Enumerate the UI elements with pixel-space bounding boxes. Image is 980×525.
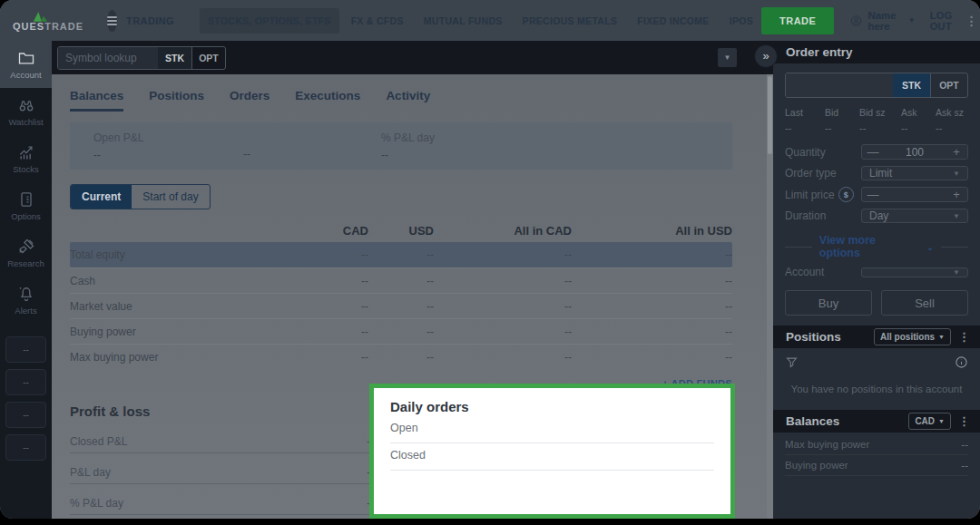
start-of-day-toggle-button[interactable]: Start of day [132, 185, 209, 209]
balances-header: Balances CAD▼ ⋮ [773, 410, 980, 433]
logout-button[interactable]: LOG OUT [930, 10, 953, 32]
positions-filter-dropdown[interactable]: All positions▼ [874, 328, 951, 345]
user-menu[interactable]: Name here ▼ [850, 10, 915, 32]
pct-pl-day-value: -- [381, 149, 435, 161]
quote-box[interactable]: -- [5, 434, 46, 461]
table-row[interactable]: Market value -- -- -- -- [70, 293, 732, 318]
nav-tab-precious-metals[interactable]: PRECIOUS METALS [514, 8, 626, 34]
sell-button[interactable]: Sell [881, 290, 968, 316]
plus-button[interactable]: + [946, 145, 967, 159]
right-panel: Order entry STK OPT Last-- Bid-- Bid sz-… [773, 41, 980, 519]
order-entry-header: Order entry [773, 41, 980, 63]
open-pl-value: -- [93, 149, 243, 161]
balances-title: Balances [786, 414, 903, 428]
col-all-in-usd: All in USD [572, 224, 732, 238]
order-type-select[interactable]: Limit▼ [861, 166, 968, 180]
info-icon[interactable] [955, 355, 968, 369]
trading-label: TRADING [126, 15, 174, 26]
view-more-options-link[interactable]: View more options [819, 234, 919, 259]
quantity-value[interactable]: 100 [884, 146, 946, 159]
quote-box[interactable]: -- [5, 369, 46, 395]
overflow-menu-icon[interactable]: ⋮ [956, 414, 972, 428]
sidebar-item-account[interactable]: Account [0, 41, 52, 88]
daily-orders-highlight-card: Daily orders Open Closed [369, 384, 735, 519]
nav-tab-mutual-funds[interactable]: MUTUAL FUNDS [416, 8, 511, 34]
open-pl-label: Open P&L [93, 131, 243, 144]
list-item: Max buying power-- [785, 434, 968, 455]
account-label: Account [785, 266, 861, 278]
questrade-logo[interactable]: QUESTRADE [13, 11, 83, 31]
quote-box[interactable]: -- [5, 336, 46, 363]
account-select[interactable]: ▼ [861, 267, 968, 277]
sidebar-item-watchlist[interactable]: Watchlist [0, 88, 52, 135]
symbol-dropdown-button[interactable]: ▼ [718, 48, 737, 67]
plus-button[interactable]: + [946, 188, 967, 201]
app-window: QUESTRADE TRADING STOCKS, OPTIONS, ETFS … [0, 0, 980, 519]
list-item: P&L day-- [70, 453, 374, 484]
tab-balances[interactable]: Balances [70, 89, 123, 112]
nav-tab-ipos[interactable]: IPOS [721, 8, 761, 34]
sidebar-item-research[interactable]: Research [0, 229, 52, 277]
stock-chart-icon [17, 143, 35, 161]
currency-dropdown[interactable]: CAD▼ [908, 413, 951, 430]
tab-orders[interactable]: Orders [230, 89, 270, 112]
filter-icon[interactable] [785, 355, 799, 369]
left-sidebar: Account Watchlist Stocks Options Researc… [0, 41, 52, 519]
scrollbar-thumb[interactable] [768, 76, 772, 154]
list-item: % P&L day-- [70, 484, 374, 515]
caret-down-icon: ▼ [938, 334, 945, 340]
overflow-menu-icon[interactable]: ⋮ [956, 330, 972, 344]
price-currency-icon[interactable]: $ [838, 187, 854, 202]
table-row[interactable]: Max buying power -- -- -- -- [70, 344, 732, 369]
collapse-panel-button[interactable]: » [754, 44, 778, 68]
tab-positions[interactable]: Positions [149, 89, 204, 112]
table-row[interactable]: Buying power -- -- -- -- [70, 318, 732, 344]
quote-summary: Last-- Bid-- Bid sz-- Ask-- Ask sz-- [785, 107, 968, 133]
quick-quote-boxes: -- -- -- -- [0, 336, 52, 461]
menu-icon[interactable] [107, 10, 117, 32]
overflow-menu-icon[interactable]: ⋮ [965, 15, 978, 27]
table-row[interactable]: Cash -- -- -- -- [70, 267, 732, 293]
nav-tab-fixed-income[interactable]: FIXED INCOME [629, 8, 717, 34]
tab-activity[interactable]: Activity [386, 89, 430, 112]
top-nav-bar: QUESTRADE TRADING STOCKS, OPTIONS, ETFS … [0, 0, 980, 41]
buy-button[interactable]: Buy [785, 290, 872, 316]
daily-orders-open-row[interactable]: Open [390, 416, 714, 443]
person-icon [850, 12, 862, 30]
balances-body: Max buying power-- Buying power-- [773, 433, 980, 476]
pl-summary-strip: Open P&L -- -- % P&L day -- [70, 122, 732, 170]
nav-tab-stocks-options-etfs[interactable]: STOCKS, OPTIONS, ETFS [200, 8, 339, 34]
minus-button[interactable]: — [862, 188, 884, 201]
sidebar-item-alerts[interactable]: Alerts [0, 277, 52, 324]
scrollbar[interactable] [767, 74, 773, 519]
order-stk-toggle[interactable]: STK [893, 73, 930, 97]
sidebar-item-stocks[interactable]: Stocks [0, 135, 52, 182]
minus-button[interactable]: — [862, 145, 884, 159]
table-row[interactable]: Total equity -- -- -- -- [70, 242, 732, 267]
sidebar-item-options[interactable]: Options [0, 182, 52, 229]
nav-tab-fx-cfds[interactable]: FX & CFDS [343, 8, 412, 34]
order-entry-title: Order entry [786, 45, 972, 59]
duration-select[interactable]: Day▼ [861, 209, 968, 223]
quote-box[interactable]: -- [5, 402, 46, 428]
stk-toggle-button[interactable]: STK [158, 47, 191, 69]
order-opt-toggle[interactable]: OPT [930, 73, 967, 97]
col-all-in-cad: All in CAD [434, 224, 572, 238]
trade-button[interactable]: TRADE [761, 7, 834, 34]
open-pl-value-2: -- [243, 148, 381, 160]
order-symbol-input[interactable] [786, 73, 893, 97]
market-nav: STOCKS, OPTIONS, ETFS FX & CFDS MUTUAL F… [200, 8, 761, 34]
positions-body: You have no positions in this account [773, 348, 980, 402]
caret-down-icon: ▼ [953, 212, 960, 220]
tab-executions[interactable]: Executions [295, 89, 360, 112]
opt-toggle-button[interactable]: OPT [191, 47, 225, 69]
account-tabs: Balances Positions Orders Executions Act… [70, 74, 732, 112]
list-item: Closed P&L-- [70, 423, 374, 453]
quantity-stepper: — 100 + [861, 144, 968, 160]
order-entry-form: STK OPT Last-- Bid-- Bid sz-- Ask-- Ask … [773, 63, 980, 316]
symbol-lookup-input[interactable] [58, 47, 158, 69]
chevron-down-icon[interactable]: ⌄ [926, 242, 934, 252]
current-toggle-button[interactable]: Current [71, 185, 132, 209]
symbol-lookup-bar: STK OPT ▼ [52, 41, 773, 74]
daily-orders-closed-row[interactable]: Closed [390, 443, 714, 471]
